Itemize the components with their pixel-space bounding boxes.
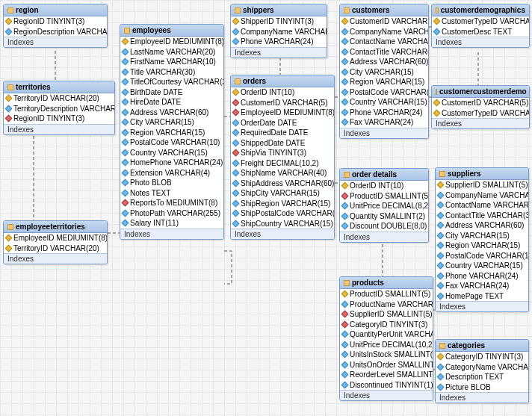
entity-orders[interactable]: ordersOrderID INT(10)CustomerID VARCHAR(… xyxy=(230,75,335,240)
column-row[interactable]: ContactName VARCHAR(30) xyxy=(340,37,428,47)
column-row[interactable]: UnitPrice DECIMAL(8,2) xyxy=(340,201,428,211)
indexes-section[interactable]: Indexes xyxy=(4,37,107,47)
column-row[interactable]: Fax VARCHAR(24) xyxy=(436,281,528,291)
entity-categories[interactable]: categoriesCategoryID TINYINT(3)CategoryN… xyxy=(435,339,529,403)
indexes-section[interactable]: Indexes xyxy=(432,37,529,47)
entity-header[interactable]: customerdemographics xyxy=(432,4,529,16)
column-row[interactable]: ShipPostalCode VARCHAR(10) xyxy=(231,208,334,219)
column-row[interactable]: CustomerTypeID VARCHAR(10) xyxy=(432,16,529,27)
column-row[interactable]: QuantityPerUnit VARCHAR(20) xyxy=(340,329,433,340)
entity-header[interactable]: products xyxy=(340,277,433,289)
column-row[interactable]: PostalCode VARCHAR(10) xyxy=(120,137,223,148)
column-row[interactable]: CustomerID VARCHAR(5) xyxy=(231,98,334,108)
column-row[interactable]: Phone VARCHAR(24) xyxy=(231,37,327,47)
column-row[interactable]: TerritoryID VARCHAR(20) xyxy=(4,93,114,104)
column-row[interactable]: ShipName VARCHAR(40) xyxy=(231,168,334,178)
column-row[interactable]: RegionID TINYINT(3) xyxy=(4,16,107,27)
indexes-section[interactable]: Indexes xyxy=(340,128,428,138)
column-row[interactable]: ContactName VARCHAR(30) xyxy=(436,200,528,211)
column-row[interactable]: ProductID SMALLINT(5) xyxy=(340,191,428,202)
entity-customerdemographics[interactable]: customerdemographicsCustomerTypeID VARCH… xyxy=(431,4,530,48)
column-row[interactable]: ShipperID TINYINT(3) xyxy=(231,16,327,27)
column-row[interactable]: ReorderLevel SMALLINT(5) xyxy=(340,370,433,380)
column-row[interactable]: RegionDescription VARCHAR(50) xyxy=(4,27,107,37)
entity-header[interactable]: region xyxy=(4,4,107,16)
column-row[interactable]: ShipAddress VARCHAR(60) xyxy=(231,178,334,189)
column-row[interactable]: Salary INT(11) xyxy=(120,218,223,229)
column-row[interactable]: CustomerID VARCHAR(5) xyxy=(432,98,529,108)
column-row[interactable]: PostalCode VARCHAR(10) xyxy=(436,251,528,261)
entity-shippers[interactable]: shippersShipperID TINYINT(3)CompanyName … xyxy=(230,4,327,58)
entity-products[interactable]: productsProductID SMALLINT(5)ProductName… xyxy=(339,276,433,401)
column-row[interactable]: EmployeeID MEDIUMINT(8) xyxy=(231,108,334,118)
entity-territories[interactable]: territoriesTerritoryID VARCHAR(20)Territ… xyxy=(3,81,115,135)
column-row[interactable]: CustomerDesc TEXT xyxy=(432,27,529,37)
column-row[interactable]: BirthDate DATE xyxy=(120,87,223,98)
column-row[interactable]: ContactTitle VARCHAR(30) xyxy=(340,47,428,58)
column-row[interactable]: CustomerID VARCHAR(5) xyxy=(340,16,428,27)
column-row[interactable]: RegionID TINYINT(3) xyxy=(4,114,114,124)
column-row[interactable]: City VARCHAR(15) xyxy=(436,231,528,241)
column-row[interactable]: Region VARCHAR(15) xyxy=(436,240,528,251)
column-row[interactable]: SupplierID SMALLINT(5) xyxy=(340,309,433,320)
column-row[interactable]: OrderID INT(10) xyxy=(231,87,334,98)
column-row[interactable]: UnitPrice DECIMAL(10,2) xyxy=(340,340,433,350)
column-row[interactable]: City VARCHAR(15) xyxy=(120,117,223,128)
column-row[interactable]: ContactTitle VARCHAR(30) xyxy=(436,211,528,221)
entity-customercustomerdemo[interactable]: customercustomerdemoCustomerID VARCHAR(5… xyxy=(431,85,530,129)
column-row[interactable]: ShipVia TINYINT(3) xyxy=(231,148,334,158)
column-row[interactable]: Photo BLOB xyxy=(120,178,223,188)
column-row[interactable]: CustomerTypeID VARCHAR(10) xyxy=(432,108,529,119)
entity-header[interactable]: employeeterritories xyxy=(4,221,107,233)
indexes-section[interactable]: Indexes xyxy=(432,118,529,128)
column-row[interactable]: SupplierID SMALLINT(5) xyxy=(436,180,528,190)
entity-employees[interactable]: employeesEmployeeID MEDIUMINT(8)LastName… xyxy=(120,24,224,240)
column-row[interactable]: TitleOfCourtesy VARCHAR(25) xyxy=(120,77,223,87)
entity-header[interactable]: territories xyxy=(4,81,114,93)
column-row[interactable]: EmployeeID MEDIUMINT(8) xyxy=(120,37,223,47)
column-row[interactable]: CompanyName VARCHAR(40) xyxy=(436,190,528,201)
column-row[interactable]: OrderDate DATE xyxy=(231,118,334,128)
indexes-section[interactable]: Indexes xyxy=(436,301,528,311)
column-row[interactable]: ShipCountry VARCHAR(15) xyxy=(231,219,334,229)
column-row[interactable]: Discount DOUBLE(8,0) xyxy=(340,221,428,232)
indexes-section[interactable]: Indexes xyxy=(436,392,528,403)
entity-header[interactable]: shippers xyxy=(231,4,327,16)
column-row[interactable]: UnitsInStock SMALLINT(6) xyxy=(340,350,433,360)
column-row[interactable]: Phone VARCHAR(24) xyxy=(436,271,528,282)
column-row[interactable]: PostalCode VARCHAR(10) xyxy=(340,87,428,98)
column-row[interactable]: Fax VARCHAR(24) xyxy=(340,117,428,128)
column-row[interactable]: ProductName VARCHAR(40) xyxy=(340,299,433,310)
entity-header[interactable]: orders xyxy=(231,75,334,87)
column-row[interactable]: ShipRegion VARCHAR(15) xyxy=(231,199,334,209)
column-row[interactable]: Address VARCHAR(60) xyxy=(120,108,223,118)
column-row[interactable]: TerritoryDescription VARCHAR(50) xyxy=(4,104,114,114)
column-row[interactable]: PhotoPath VARCHAR(255) xyxy=(120,208,223,219)
entity-orderdetails[interactable]: order detailsOrderID INT(10)ProductID SM… xyxy=(339,168,429,243)
column-row[interactable]: Country VARCHAR(15) xyxy=(340,97,428,108)
column-row[interactable]: Freight DECIMAL(10,2) xyxy=(231,158,334,169)
column-row[interactable]: Picture BLOB xyxy=(436,382,528,393)
column-row[interactable]: LastName VARCHAR(20) xyxy=(120,47,223,58)
column-row[interactable]: EmployeeID MEDIUMINT(8) xyxy=(4,233,107,243)
column-row[interactable]: HomePage TEXT xyxy=(436,291,528,302)
column-row[interactable]: Country VARCHAR(15) xyxy=(436,261,528,271)
entity-header[interactable]: employees xyxy=(120,25,223,37)
column-row[interactable]: ShippedDate DATE xyxy=(231,138,334,149)
column-row[interactable]: Address VARCHAR(60) xyxy=(436,220,528,231)
entity-header[interactable]: customercustomerdemo xyxy=(432,86,529,98)
indexes-section[interactable]: Indexes xyxy=(4,124,114,134)
indexes-section[interactable]: Indexes xyxy=(231,47,327,58)
column-row[interactable]: CategoryID TINYINT(3) xyxy=(340,320,433,330)
indexes-section[interactable]: Indexes xyxy=(4,253,107,264)
column-row[interactable]: Phone VARCHAR(24) xyxy=(340,108,428,118)
entity-region[interactable]: regionRegionID TINYINT(3)RegionDescripti… xyxy=(3,4,108,48)
column-row[interactable]: Quantity SMALLINT(2) xyxy=(340,211,428,222)
indexes-section[interactable]: Indexes xyxy=(340,232,428,242)
column-row[interactable]: Notes TEXT xyxy=(120,188,223,199)
column-row[interactable]: HomePhone VARCHAR(24) xyxy=(120,158,223,168)
entity-suppliers[interactable]: suppliersSupplierID SMALLINT(5)CompanyNa… xyxy=(435,167,529,312)
indexes-section[interactable]: Indexes xyxy=(340,390,433,400)
column-row[interactable]: OrderID INT(10) xyxy=(340,181,428,191)
column-row[interactable]: UnitsOnOrder SMALLINT(5) xyxy=(340,360,433,370)
